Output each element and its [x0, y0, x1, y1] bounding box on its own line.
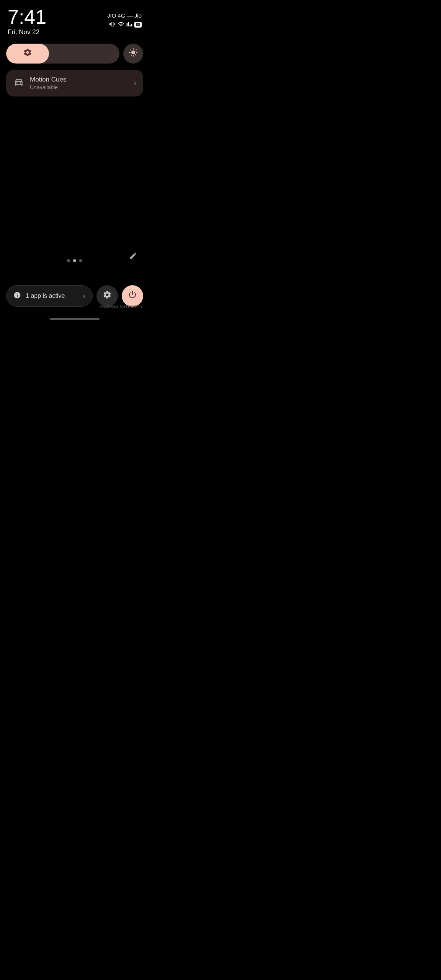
brightness-slider[interactable]	[6, 44, 119, 64]
settings-gear-icon	[103, 290, 112, 302]
svg-point-1	[20, 82, 21, 83]
watermark: ANDROID AUTHORITY	[100, 305, 143, 309]
motion-cues-subtitle: Unavailable	[30, 84, 134, 90]
motion-cues-title: Motion Cues	[30, 76, 134, 83]
battery-level: 88	[134, 22, 142, 28]
active-apps-pill[interactable]: 1 app is active ›	[6, 285, 93, 307]
svg-point-0	[16, 82, 18, 83]
info-icon	[13, 291, 21, 301]
status-left: 7:41 Fri, Nov 22	[8, 7, 46, 36]
auto-brightness-button[interactable]	[123, 44, 143, 64]
page-dots	[67, 259, 82, 262]
middle-area	[0, 96, 149, 285]
dot-2	[73, 259, 76, 262]
power-icon	[128, 290, 137, 302]
motion-cues-card[interactable]: Motion Cues Unavailable ›	[6, 70, 143, 96]
dot-1	[67, 259, 70, 262]
auto-brightness-icon	[129, 48, 138, 59]
active-apps-text: 1 app is active	[26, 292, 83, 299]
status-carrier: JIO 4G — Jio	[107, 12, 142, 19]
motion-cues-chevron-icon: ›	[134, 79, 136, 87]
dot-3	[79, 259, 82, 262]
pencil-icon	[129, 252, 137, 262]
active-apps-chevron-icon: ›	[83, 292, 85, 300]
status-bar: 7:41 Fri, Nov 22 JIO 4G — Jio	[0, 0, 149, 36]
vibrate-icon	[109, 21, 116, 28]
brightness-settings-icon	[23, 48, 32, 59]
wifi-icon	[118, 21, 124, 28]
signal-icon	[126, 21, 132, 28]
status-right: JIO 4G — Jio	[107, 7, 142, 28]
status-date: Fri, Nov 22	[8, 28, 46, 36]
motion-cues-text: Motion Cues Unavailable	[30, 76, 134, 90]
bottom-settings-button[interactable]	[96, 285, 118, 307]
home-indicator	[50, 318, 100, 320]
bottom-bar: 1 app is active ›	[0, 285, 149, 318]
brightness-row	[0, 36, 149, 64]
status-time: 7:41	[8, 7, 46, 27]
screen: 7:41 Fri, Nov 22 JIO 4G — Jio	[0, 0, 149, 323]
edit-button[interactable]	[125, 248, 142, 265]
motion-cues-car-icon	[13, 77, 24, 90]
bottom-power-button[interactable]	[122, 285, 143, 307]
brightness-fill	[6, 44, 49, 64]
status-icons: 88	[109, 21, 142, 28]
